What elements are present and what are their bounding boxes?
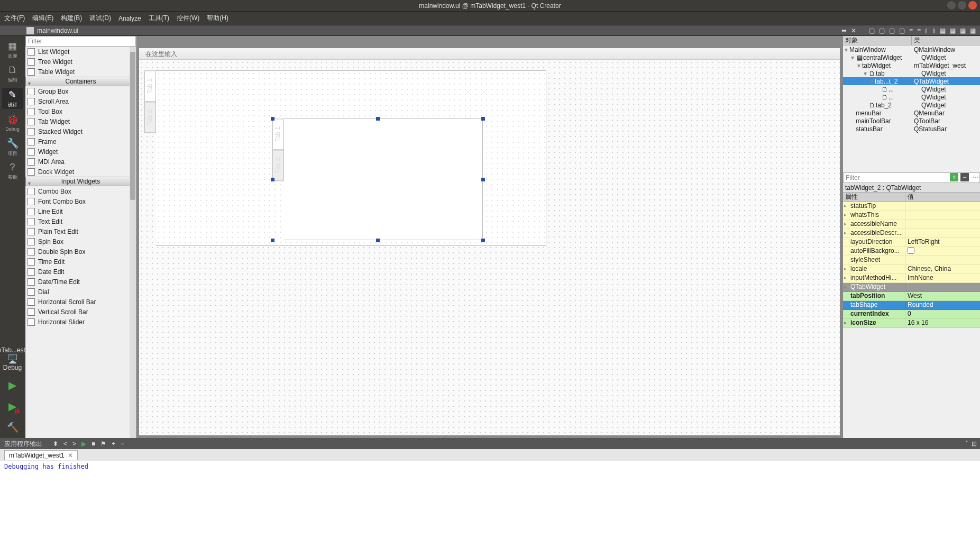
widget-item[interactable]: Time Edit <box>25 257 136 267</box>
selection-handle[interactable] <box>271 239 274 242</box>
run-target[interactable]: mTab...est1 🖥️ Debug <box>0 346 29 371</box>
tree-node[interactable]: mainToolBarQToolBar <box>843 117 980 125</box>
property-row[interactable]: ▸QTabWidget <box>843 283 980 292</box>
widget-item[interactable]: Spin Box <box>25 236 136 246</box>
mode-项目[interactable]: 🔧项目 <box>2 136 23 158</box>
outer-tab-1[interactable]: Tab 1 <box>144 70 156 102</box>
tree-node[interactable]: ▾MainWindowQMainWindow <box>843 45 980 53</box>
object-tree[interactable]: ▾MainWindowQMainWindow▾▦centralWidgetQWi… <box>843 45 980 172</box>
widget-item[interactable]: Frame <box>25 136 136 147</box>
mode-编辑[interactable]: 🗋编辑 <box>2 63 23 85</box>
selection-handle[interactable] <box>481 117 485 121</box>
tree-node[interactable]: ▾tab...t_2QTabWidget <box>843 77 980 85</box>
property-row[interactable]: currentIndex0 <box>843 310 980 319</box>
property-row[interactable]: ▸localeChinese, China <box>843 265 980 274</box>
property-row[interactable]: styleSheet <box>843 256 980 265</box>
toolbar-icon[interactable]: ≡ <box>917 27 921 34</box>
widget-item[interactable]: Horizontal Slider <box>25 317 136 327</box>
remove-property-icon[interactable]: − <box>960 173 969 181</box>
widget-item[interactable]: Tool Box <box>25 106 136 116</box>
widget-item[interactable]: Table Widget <box>25 67 136 77</box>
selection-handle[interactable] <box>481 178 485 181</box>
debug-run-button[interactable]: ▶🐞 <box>5 399 20 414</box>
widgetbox-scrollbar[interactable] <box>130 47 136 438</box>
widget-item[interactable]: Scroll Area <box>25 96 136 106</box>
widget-item[interactable]: MDI Area <box>25 157 136 167</box>
widget-item[interactable]: Vertical Scroll Bar <box>25 307 136 317</box>
widget-item[interactable]: Double Spin Box <box>25 246 136 257</box>
property-row[interactable]: ▸whatsThis <box>843 211 980 220</box>
widget-item[interactable]: Stacked Widget <box>25 126 136 136</box>
output-close-icon[interactable]: ⊟ <box>972 440 977 448</box>
widget-item[interactable]: Plain Text Edit <box>25 226 136 236</box>
minimize-icon[interactable] <box>947 1 956 10</box>
tree-node[interactable]: ▾▦centralWidgetQWidget <box>843 53 980 61</box>
tree-node[interactable]: 🗋...QWidget <box>843 85 980 93</box>
toolbar-icon[interactable]: ≡ <box>909 27 913 34</box>
inner-tab-widget[interactable]: Tab 1 Tab 2 <box>272 118 483 240</box>
menu-item[interactable]: 文件(F) <box>4 14 25 23</box>
go-back-icon[interactable]: ⬌ <box>841 27 847 34</box>
menu-item[interactable]: 帮助(H) <box>207 14 228 23</box>
widgetbox-filter-input[interactable]: Filter <box>25 36 136 47</box>
outer-tab-2[interactable]: Tab 2 <box>144 102 156 133</box>
widget-group-header[interactable]: ▾Containers <box>25 77 136 86</box>
menu-item[interactable]: 调试(D) <box>89 14 111 23</box>
property-row[interactable]: autoFillBackgro... <box>843 247 980 256</box>
widget-item[interactable]: Font Combo Box <box>25 196 136 206</box>
output-nav-icon[interactable]: ⬍ <box>53 440 58 448</box>
run-button[interactable]: ▶ <box>5 378 20 392</box>
mode-欢迎[interactable]: ▦欢迎 <box>2 39 23 60</box>
mode-Debug[interactable]: 🐞Debug <box>2 112 23 133</box>
widget-item[interactable]: Group Box <box>25 86 136 96</box>
widget-item[interactable]: Date Edit <box>25 267 136 277</box>
tree-node[interactable]: ▾tabWidgetmTabWidget_west <box>843 61 980 69</box>
widget-item[interactable]: Tab Widget <box>25 116 136 126</box>
form-canvas[interactable]: Tab 1 Tab 2 Tab 1 Tab 2 <box>139 60 840 435</box>
widget-group-header[interactable]: ▾Input Widgets <box>25 177 136 186</box>
add-property-icon[interactable]: + <box>950 173 958 181</box>
menu-item[interactable]: Analyze <box>118 15 141 22</box>
toolbar-icon[interactable]: ▢ <box>869 27 875 34</box>
toolbar-icon[interactable]: ▦ <box>940 27 946 34</box>
output-remove-icon[interactable]: − <box>121 440 124 448</box>
selection-handle[interactable] <box>376 117 380 121</box>
widget-item[interactable]: Combo Box <box>25 186 136 196</box>
widget-item[interactable]: Horizontal Scroll Bar <box>25 297 136 307</box>
toolbar-icon[interactable]: ▢ <box>889 27 895 34</box>
build-button[interactable]: 🔨 <box>5 420 20 435</box>
property-menu-icon[interactable]: ⋯ <box>971 173 979 181</box>
toolbar-icon[interactable]: ⫿ <box>925 27 928 34</box>
property-row[interactable]: ▸accessibleDescr... <box>843 229 980 238</box>
output-add-icon[interactable]: + <box>112 440 115 448</box>
property-filter-input[interactable]: Filter + − ⋯ <box>843 172 980 183</box>
widget-item[interactable]: Widget <box>25 147 136 157</box>
toolbar-icon[interactable]: ⫿ <box>932 27 936 34</box>
tree-node[interactable]: menuBarQMenuBar <box>843 109 980 117</box>
property-row[interactable]: tabShapeRounded <box>843 301 980 310</box>
type-here-bar[interactable]: 在这里输入 <box>139 48 840 60</box>
widget-item[interactable]: Tree Widget <box>25 57 136 67</box>
toolbar-icon[interactable]: ▦ <box>970 27 976 34</box>
widget-item[interactable]: Dock Widget <box>25 167 136 177</box>
output-prev-icon[interactable]: < <box>63 440 67 448</box>
outer-tab-widget[interactable]: Tab 1 Tab 2 Tab 1 Tab 2 <box>144 70 546 279</box>
output-next-icon[interactable]: > <box>72 440 76 448</box>
tree-node[interactable]: statusBarQStatusBar <box>843 125 980 133</box>
maximize-icon[interactable] <box>958 1 966 10</box>
selection-handle[interactable] <box>481 239 485 242</box>
widget-item[interactable]: List Widget <box>25 47 136 57</box>
toolbar-icon[interactable]: ▢ <box>879 27 885 34</box>
output-attach-icon[interactable]: ⚑ <box>100 440 106 448</box>
open-file-name[interactable]: mainwindow.ui <box>37 27 78 34</box>
output-stop-icon[interactable]: ■ <box>91 440 95 448</box>
toolbar-icon[interactable]: ▦ <box>950 27 956 34</box>
tree-node[interactable]: ▾🗋tabQWidget <box>843 69 980 77</box>
output-tab[interactable]: mTabWidget_west1 ✕ <box>4 450 78 460</box>
toolbar-icon[interactable]: ▦ <box>960 27 966 34</box>
close-tab-icon[interactable]: ✕ <box>68 452 73 459</box>
output-run-icon[interactable]: ▶ <box>81 440 86 448</box>
menu-item[interactable]: 控件(W) <box>177 14 199 23</box>
widget-item[interactable]: Dial <box>25 287 136 297</box>
property-row[interactable]: layoutDirectionLeftToRight <box>843 238 980 247</box>
